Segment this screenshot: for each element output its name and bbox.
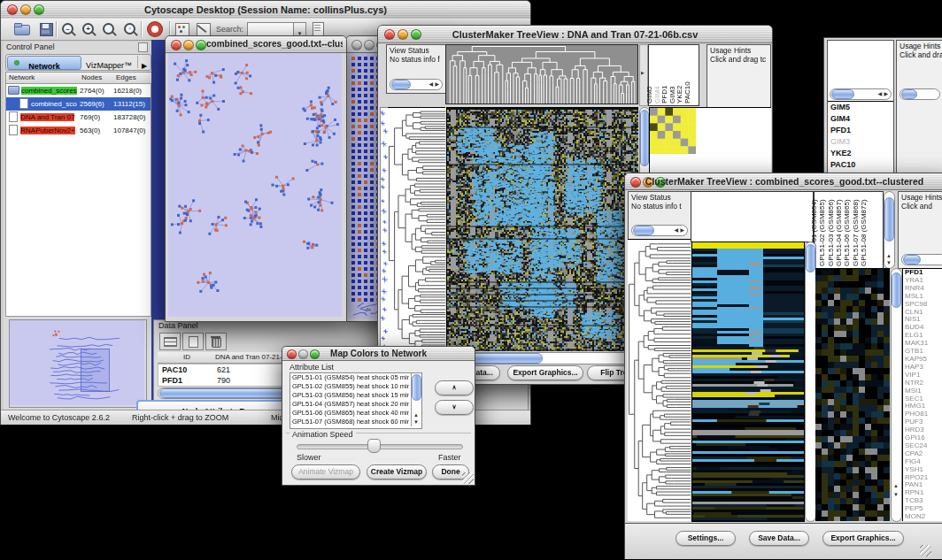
data-col-id[interactable]: ID [158,352,214,364]
control-panel: Control Panel Network VizMapper™ ▶ Netwo… [4,42,151,410]
treeview2-button-bar: Settings... Save Data... Export Graphics… [625,523,942,559]
gene-label: GIM3 [828,136,893,148]
attribute-listbox[interactable]: GPL51-01 (GSM854) heat shock 05 minGPL51… [290,372,422,429]
zoom-selected-icon[interactable] [101,22,119,36]
export-graphics-button[interactable]: Export Graphics... [507,365,583,380]
tab-overflow-arrow[interactable]: ▶ [137,56,151,68]
tab-network[interactable]: Network [7,56,81,70]
gene-dendrogram-canvas[interactable] [388,107,445,351]
zoom-out-icon[interactable]: – [60,22,78,36]
heatmap-canvas[interactable] [446,107,638,351]
resize-grip[interactable] [462,472,474,484]
tab-vizmapper[interactable]: VizMapper™ [82,56,135,68]
col-header-network[interactable]: Network [6,73,80,84]
dialog-title-bar[interactable]: Map Colors to Network [282,347,475,361]
labels-window-fragment[interactable]: ◀▶ GIM5GIM4PFD1GIM3YKE2PAC10 Usage Hints… [823,37,942,175]
network-name: RNAPuberNov2+ [20,127,75,134]
zoom-matrix-canvas[interactable] [650,108,696,154]
close-button[interactable] [351,40,362,50]
minimize-button[interactable] [364,40,374,50]
array-label: GPL51-06 (GSM865) [843,199,851,266]
edge-count: 13112(15) [113,97,150,111]
treeview1-title-bar[interactable]: ClusterMaker TreeView : DNA and Tran 07-… [378,26,772,43]
gene-labels-panel: PFD1YRA1RNR4MSL1SPC98CLN1NIS1BUD4ELG1MAK… [902,268,942,521]
annotation-icon[interactable] [196,22,213,36]
help-lifesaver-icon[interactable] [147,22,165,36]
col-header-nodes[interactable]: Nodes [79,73,115,84]
overview-canvas[interactable] [10,320,144,405]
animation-speed-label: Animation Speed [290,430,356,439]
view-status-title: View Status [629,192,691,202]
zoom-button[interactable] [196,40,206,50]
network-view-window[interactable]: combined_scores_good.txt--cluste... [165,35,347,322]
usage-hints-scrollbar[interactable] [901,254,942,265]
animate-vizmap-button[interactable]: Animate Vizmap [291,464,360,479]
zoom-matrix-canvas[interactable] [815,268,890,521]
zoom-fit-icon[interactable]: ▫ [122,22,140,36]
attribute-browser-icon[interactable] [311,22,328,36]
array-labels-panel: GPL51-01 (GSM854)GPL51-02 (GSM855)GPL51-… [814,191,884,269]
attribute-list-item[interactable]: GPL51-03 (GSM856) heat shock 15 min [290,391,409,400]
treeview2-title-bar[interactable]: ClusterMaker TreeView : combined_scores_… [625,173,942,190]
zoom-in-icon[interactable]: + [81,22,98,36]
view-status-text: No status info t [629,202,691,211]
attribute-list-item[interactable]: GPL51-04 (GSM857) heat shock 20 min [290,400,409,409]
network-table: Network Nodes Edges combined_scores2764(… [5,72,151,317]
labels-scrollbar[interactable]: ◀▶ [830,88,892,100]
vizmapper-icon[interactable] [174,22,192,36]
main-title-bar[interactable]: Cytoscape Desktop (Session Name: collins… [1,1,530,19]
network-table-row[interactable]: DNA and Tran 07769(0)183728(0) [6,111,151,124]
float-panel-icon[interactable] [138,42,148,52]
column-label: PAC10 [683,81,691,104]
node-count: 769(0) [80,111,112,124]
doc-icon [9,111,18,122]
delete-attribute-icon[interactable] [205,333,227,350]
save-data-button[interactable]: Save Data... [749,531,809,546]
network-window-title-bar[interactable]: combined_scores_good.txt--cluste... [166,36,346,53]
attribute-list-item[interactable]: GPL51-06 (GSM865) heat shock 40 min [290,409,409,418]
create-vizmap-button[interactable]: Create Vizmap [367,464,427,479]
save-icon[interactable] [38,22,56,36]
view-status-scrollbar[interactable]: ◀▶ [390,79,443,90]
attribute-list-item[interactable]: GPL51-01 (GSM854) heat shock 05 min [290,373,409,382]
search-input[interactable] [247,22,295,36]
network-table-row[interactable]: RNAPuberNov2+563(0)107847(0) [6,124,151,137]
move-up-button[interactable]: ∧ [435,380,474,395]
edge-count: 183728(0) [113,111,150,124]
row-id: PFD1 [162,375,212,388]
open-file-icon[interactable] [13,22,31,36]
network-table-row[interactable]: combined_sco2569(6)13112(15) [6,97,151,111]
array-dendrogram-area[interactable] [691,191,814,242]
network-overview-panel[interactable] [9,319,147,408]
close-button[interactable] [171,40,181,50]
attribute-list-item[interactable]: GPL51-02 (GSM855) heat shock 10 min [290,382,409,391]
usage-hints-scrollbar[interactable] [900,88,940,100]
treeview2-window[interactable]: ClusterMaker TreeView : combined_scores_… [624,173,942,559]
zoom-vscrollbar[interactable]: ▲▼ [891,268,902,522]
network-table-row[interactable]: combined_scores2764(0)16218(0) [6,84,151,97]
settings-button[interactable]: Settings... [676,531,736,546]
export-graphics-button[interactable]: Export Graphics... [822,531,904,546]
animation-slider-thumb[interactable] [367,439,381,453]
new-attribute-icon[interactable] [182,333,204,350]
heatmap-canvas[interactable] [691,242,805,522]
move-down-button[interactable]: ∨ [435,400,474,415]
attribute-list-scrollbar[interactable]: ▲▼ [411,373,421,426]
gene-dendrogram-canvas[interactable] [628,239,691,521]
network-tab-icon [14,60,19,65]
doc-icon [9,125,18,135]
map-colors-dialog[interactable]: Map Colors to Network Attribute List GPL… [282,346,475,486]
array-label: GPL51-02 (GSM855) [818,199,826,266]
array-labels-scrollbar[interactable]: ▲▼ [884,191,895,269]
array-dendrogram-canvas[interactable] [445,44,638,104]
usage-hints-text: Click and drag t [897,50,942,59]
usage-hints-panel: Usage Hints Click and drag t [896,40,942,173]
attribute-list-label: Attribute List [290,363,334,372]
view-status-scrollbar[interactable]: ◀▶ [631,225,688,236]
attribute-list-item[interactable]: GPL51-07 (GSM868) heat shock 60 min [290,418,409,426]
minimize-button[interactable] [183,40,194,50]
resize-grip[interactable] [920,545,931,556]
col-header-edges[interactable]: Edges [113,73,151,84]
network-canvas[interactable] [168,53,342,317]
table-mode-icon[interactable] [159,333,181,350]
